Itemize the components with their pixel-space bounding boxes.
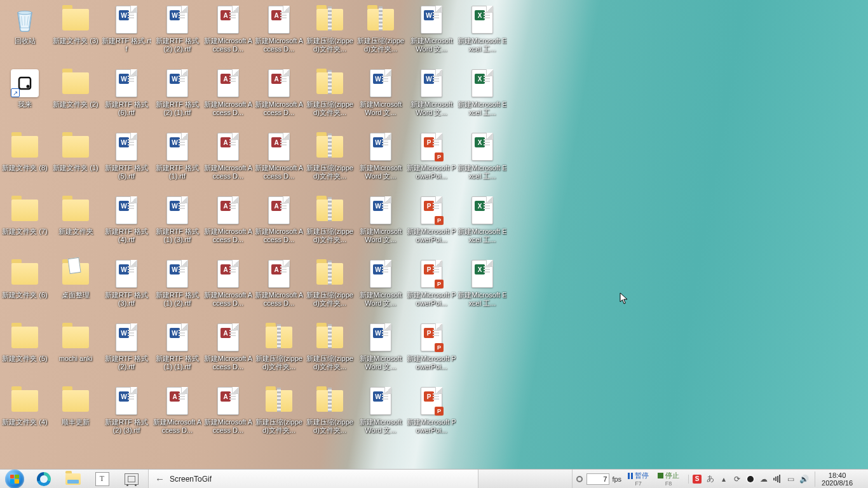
desktop-icon-label: 新建Microsoft PowerPoi... bbox=[407, 164, 456, 180]
desktop-icon-word[interactable]: 新建Microsoft Word 文... bbox=[407, 1, 456, 60]
desktop-icon-word[interactable]: 新建RTF 格式 (3).rtf bbox=[102, 255, 151, 314]
desktop-icon-word[interactable]: 新建RTF 格式 (2) (2).rtf bbox=[153, 1, 202, 60]
taskbar-clock[interactable]: 18:40 2020/8/16 bbox=[815, 471, 859, 487]
desktop-icon-zip[interactable]: 新建压缩(zipped)文件夹... bbox=[305, 192, 355, 250]
desktop-icon-access[interactable]: 新建Microsoft Access D... bbox=[203, 65, 253, 123]
desktop-icon-folder[interactable]: 新建文件夹 (5) bbox=[0, 319, 50, 377]
stop-button[interactable]: 停止 F8 bbox=[655, 471, 682, 487]
task-view-button[interactable] bbox=[117, 470, 146, 489]
pinned-notes[interactable]: T bbox=[88, 470, 117, 489]
desktop-icon-zip[interactable]: 新建压缩(zipped)文件夹... bbox=[356, 1, 405, 60]
desktop-icon-word[interactable]: 新建RTF 格式 (6).rtf bbox=[102, 65, 151, 123]
desktop-icon-folder[interactable]: 顺丰更新 bbox=[51, 383, 100, 441]
desktop-icon-ppt[interactable]: P新建Microsoft PowerPoi... bbox=[407, 383, 456, 441]
desktop-icon-label: 新建Microsoft Word 文... bbox=[356, 100, 405, 117]
sync-icon[interactable]: ⟳ bbox=[733, 475, 742, 484]
desktop-icon-zip[interactable]: 新建压缩(zipped)文件夹... bbox=[305, 65, 355, 123]
desktop-icon-ppt[interactable]: P新建Microsoft PowerPoi... bbox=[407, 255, 456, 314]
cloud-icon[interactable]: ☁ bbox=[759, 475, 768, 484]
desktop-icon-access[interactable]: 新建Microsoft Access D... bbox=[203, 383, 253, 441]
fps-input[interactable] bbox=[587, 473, 609, 485]
desktop-icon-excel[interactable]: 新建Microsoft Excel 工... bbox=[458, 192, 507, 250]
desktop-icon-word[interactable]: 新建Microsoft Word 文... bbox=[356, 128, 405, 187]
desktop-icon-word[interactable]: 新建RTF 格式 (5).rtf bbox=[102, 128, 151, 187]
access-icon bbox=[264, 69, 294, 98]
desktop-icon-recycle[interactable]: 回收站 bbox=[0, 1, 50, 60]
volume-icon[interactable]: 🔊 bbox=[799, 475, 808, 484]
desktop-icon-folder[interactable]: 新建文件夹 (3) bbox=[51, 1, 100, 60]
desktop-icon-word[interactable]: 新建Microsoft Word 文... bbox=[356, 255, 405, 314]
sogou-ime-icon[interactable]: S bbox=[693, 475, 702, 484]
start-button[interactable] bbox=[0, 470, 29, 489]
desktop-icon-zip[interactable]: 新建压缩(zipped)文件夹... bbox=[305, 383, 355, 441]
desktop-icon-word[interactable]: 新建RTF 格式 (1) (3).rtf bbox=[153, 192, 202, 250]
desktop-icon-word[interactable]: 新建RTF 格式 (4).rtf bbox=[102, 192, 151, 250]
desktop-icon-access[interactable]: 新建Microsoft Access D... bbox=[203, 255, 253, 314]
desktop-icon-ppt[interactable]: P新建Microsoft PowerPoi... bbox=[407, 192, 456, 250]
desktop-icon-folder[interactable]: 新建文件夹 (4) bbox=[0, 383, 50, 441]
desktop-icon-word[interactable]: 新建RTF 格式 (2).rtf bbox=[102, 319, 151, 377]
qq-icon[interactable] bbox=[746, 475, 755, 484]
desktop-icon-word[interactable]: 新建RTF 格式 (1).rtf bbox=[153, 128, 202, 187]
pinned-file-explorer[interactable] bbox=[58, 470, 88, 489]
desktop-icon-word[interactable]: 新建Microsoft Word 文... bbox=[407, 65, 456, 123]
desktop-icon-word[interactable]: 新建Microsoft Word 文... bbox=[356, 319, 405, 377]
pause-button[interactable]: 暂停 F7 bbox=[625, 471, 651, 487]
zip-icon bbox=[264, 323, 294, 352]
desktop-icon-access[interactable]: 新建Microsoft Access D... bbox=[203, 128, 253, 187]
desktop-icon-access[interactable]: 新建Microsoft Access D... bbox=[203, 319, 253, 377]
desktop-icon-word[interactable]: 新建Microsoft Word 文... bbox=[356, 192, 405, 250]
ppt-icon: P bbox=[417, 323, 446, 352]
desktop-icon-word[interactable]: 新建RTF 格式 (1) (1).rtf bbox=[153, 319, 202, 377]
desktop-icon-zip[interactable]: 新建压缩(zipped)文件夹... bbox=[305, 255, 355, 314]
desktop-icon-access[interactable]: 新建Microsoft Access D... bbox=[153, 383, 202, 441]
desktop-icon-folder[interactable]: 新建文件夹 (6) bbox=[0, 255, 50, 314]
desktop-icon-zip[interactable]: 新建压缩(zipped)文件夹... bbox=[254, 319, 304, 377]
desktop-icon-word[interactable]: 新建RTF 格式 (2) (1).rtf bbox=[153, 65, 202, 123]
desktop-icon-zip[interactable]: 新建压缩(zipped)文件夹... bbox=[305, 319, 355, 377]
desktop-icon-access[interactable]: 新建Microsoft Access D... bbox=[254, 1, 304, 60]
desktop-icon-label: 新建文件夹 (4) bbox=[0, 418, 50, 426]
desktop-icon-folder-doc[interactable]: 桌面整理 bbox=[51, 255, 100, 314]
desktop-icon-app-launcher[interactable]: ↗我来 bbox=[0, 65, 50, 123]
desktop-icon-word[interactable]: 新建RTF 格式.rtf bbox=[102, 1, 151, 60]
desktop-icon-word[interactable]: 新建RTF 格式 (2) (3).rtf bbox=[102, 383, 151, 441]
desktop-icon-word[interactable]: 新建Microsoft Word 文... bbox=[356, 65, 405, 123]
desktop-icon-excel[interactable]: 新建Microsoft Excel 工... bbox=[458, 65, 507, 123]
desktop-icon-folder[interactable]: 新建文件夹 (1) bbox=[51, 128, 100, 187]
desktop-icon-zip[interactable]: 新建压缩(zipped)文件夹... bbox=[305, 1, 355, 60]
desktop-icon-word[interactable]: 新建Microsoft Word 文... bbox=[356, 383, 405, 441]
desktop-icon-access[interactable]: 新建Microsoft Access D... bbox=[254, 128, 304, 187]
desktop-icon-access[interactable]: 新建Microsoft Access D... bbox=[254, 255, 304, 314]
desktop-icon-folder[interactable]: 新建文件夹 (7) bbox=[0, 192, 50, 250]
word-icon bbox=[366, 259, 395, 288]
desktop-icon-grid[interactable]: 回收站↗我来新建文件夹 (8)新建文件夹 (7)新建文件夹 (6)新建文件夹 (… bbox=[0, 0, 868, 469]
desktop-icon-access[interactable]: 新建Microsoft Access D... bbox=[203, 1, 253, 60]
action-center-icon[interactable]: ▭ bbox=[786, 475, 795, 484]
desktop-icon-zip[interactable]: 新建压缩(zipped)文件夹... bbox=[254, 383, 304, 441]
desktop-icon-label: 新建RTF 格式 (3).rtf bbox=[102, 291, 151, 308]
pinned-edge[interactable] bbox=[29, 470, 58, 489]
desktop-icon-zip[interactable]: 新建压缩(zipped)文件夹... bbox=[305, 128, 355, 187]
desktop-icon-folder[interactable]: 新建文件夹 (2) bbox=[51, 65, 100, 123]
desktop-icon-label: 新建RTF 格式 (4).rtf bbox=[102, 227, 151, 244]
desktop-icon-excel[interactable]: 新建Microsoft Excel 工... bbox=[458, 128, 507, 187]
desktop-icon-access[interactable]: 新建Microsoft Access D... bbox=[254, 65, 304, 123]
taskbar-app-screentogif[interactable]: ← ScreenToGif bbox=[148, 470, 478, 488]
network-icon[interactable] bbox=[773, 475, 782, 484]
desktop-icon-folder[interactable]: mochi anki bbox=[51, 319, 100, 377]
desktop-icon-word[interactable]: 新建RTF 格式 (1) (2).rtf bbox=[153, 255, 202, 314]
desktop-icon-access[interactable]: 新建Microsoft Access D... bbox=[203, 192, 253, 250]
desktop-icon-ppt[interactable]: P新建Microsoft PowerPoi... bbox=[407, 128, 456, 187]
tray-overflow-chevron-icon[interactable]: ▴ bbox=[719, 475, 728, 484]
desktop-icon-label: 新建Microsoft Access D... bbox=[153, 418, 202, 435]
desktop-icon-excel[interactable]: 新建Microsoft Excel 工... bbox=[458, 255, 507, 314]
desktop-icon-label: 新建压缩(zipped)文件夹... bbox=[305, 418, 355, 435]
desktop-icon-excel[interactable]: 新建Microsoft Excel 工... bbox=[458, 1, 507, 60]
desktop-icon-ppt[interactable]: P新建Microsoft PowerPoi... bbox=[407, 319, 456, 377]
desktop-icon-access[interactable]: 新建Microsoft Access D... bbox=[254, 192, 304, 250]
ime-mode-icon[interactable]: あ bbox=[706, 475, 715, 484]
desktop-icon-folder[interactable]: 新建文件夹 (8) bbox=[0, 128, 50, 187]
desktop-icon-label: 新建Microsoft Word 文... bbox=[356, 164, 405, 180]
desktop-icon-folder[interactable]: 新建文件夹 bbox=[51, 192, 100, 250]
